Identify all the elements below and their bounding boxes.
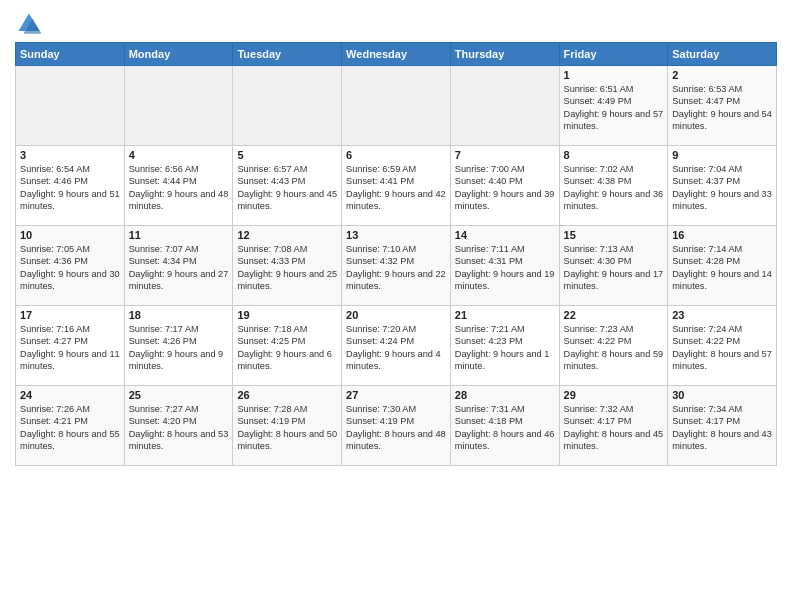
day-number: 30 bbox=[672, 389, 772, 401]
day-number: 14 bbox=[455, 229, 555, 241]
calendar-cell: 12Sunrise: 7:08 AM Sunset: 4:33 PM Dayli… bbox=[233, 226, 342, 306]
calendar-cell: 8Sunrise: 7:02 AM Sunset: 4:38 PM Daylig… bbox=[559, 146, 668, 226]
day-info: Sunrise: 7:23 AM Sunset: 4:22 PM Dayligh… bbox=[564, 323, 664, 373]
calendar-cell: 1Sunrise: 6:51 AM Sunset: 4:49 PM Daylig… bbox=[559, 66, 668, 146]
day-number: 5 bbox=[237, 149, 337, 161]
day-number: 10 bbox=[20, 229, 120, 241]
day-header-wednesday: Wednesday bbox=[342, 43, 451, 66]
day-number: 3 bbox=[20, 149, 120, 161]
week-row-5: 24Sunrise: 7:26 AM Sunset: 4:21 PM Dayli… bbox=[16, 386, 777, 466]
calendar-cell: 15Sunrise: 7:13 AM Sunset: 4:30 PM Dayli… bbox=[559, 226, 668, 306]
day-number: 9 bbox=[672, 149, 772, 161]
day-info: Sunrise: 6:53 AM Sunset: 4:47 PM Dayligh… bbox=[672, 83, 772, 133]
day-number: 4 bbox=[129, 149, 229, 161]
calendar-cell: 10Sunrise: 7:05 AM Sunset: 4:36 PM Dayli… bbox=[16, 226, 125, 306]
calendar-cell bbox=[233, 66, 342, 146]
page-container: SundayMondayTuesdayWednesdayThursdayFrid… bbox=[0, 0, 792, 471]
calendar-header-row: SundayMondayTuesdayWednesdayThursdayFrid… bbox=[16, 43, 777, 66]
calendar-cell: 2Sunrise: 6:53 AM Sunset: 4:47 PM Daylig… bbox=[668, 66, 777, 146]
day-info: Sunrise: 7:00 AM Sunset: 4:40 PM Dayligh… bbox=[455, 163, 555, 213]
day-header-saturday: Saturday bbox=[668, 43, 777, 66]
day-number: 28 bbox=[455, 389, 555, 401]
day-info: Sunrise: 7:10 AM Sunset: 4:32 PM Dayligh… bbox=[346, 243, 446, 293]
day-number: 13 bbox=[346, 229, 446, 241]
calendar-cell: 29Sunrise: 7:32 AM Sunset: 4:17 PM Dayli… bbox=[559, 386, 668, 466]
calendar-cell: 24Sunrise: 7:26 AM Sunset: 4:21 PM Dayli… bbox=[16, 386, 125, 466]
calendar-table: SundayMondayTuesdayWednesdayThursdayFrid… bbox=[15, 42, 777, 466]
logo-icon bbox=[15, 10, 43, 38]
day-info: Sunrise: 7:34 AM Sunset: 4:17 PM Dayligh… bbox=[672, 403, 772, 453]
day-info: Sunrise: 6:56 AM Sunset: 4:44 PM Dayligh… bbox=[129, 163, 229, 213]
calendar-cell: 20Sunrise: 7:20 AM Sunset: 4:24 PM Dayli… bbox=[342, 306, 451, 386]
calendar-cell: 26Sunrise: 7:28 AM Sunset: 4:19 PM Dayli… bbox=[233, 386, 342, 466]
day-number: 19 bbox=[237, 309, 337, 321]
calendar-cell: 13Sunrise: 7:10 AM Sunset: 4:32 PM Dayli… bbox=[342, 226, 451, 306]
day-info: Sunrise: 7:04 AM Sunset: 4:37 PM Dayligh… bbox=[672, 163, 772, 213]
calendar-cell: 3Sunrise: 6:54 AM Sunset: 4:46 PM Daylig… bbox=[16, 146, 125, 226]
calendar-cell: 25Sunrise: 7:27 AM Sunset: 4:20 PM Dayli… bbox=[124, 386, 233, 466]
calendar-cell bbox=[16, 66, 125, 146]
day-number: 1 bbox=[564, 69, 664, 81]
day-info: Sunrise: 7:32 AM Sunset: 4:17 PM Dayligh… bbox=[564, 403, 664, 453]
calendar-cell: 19Sunrise: 7:18 AM Sunset: 4:25 PM Dayli… bbox=[233, 306, 342, 386]
day-info: Sunrise: 7:18 AM Sunset: 4:25 PM Dayligh… bbox=[237, 323, 337, 373]
day-info: Sunrise: 7:14 AM Sunset: 4:28 PM Dayligh… bbox=[672, 243, 772, 293]
calendar-cell: 16Sunrise: 7:14 AM Sunset: 4:28 PM Dayli… bbox=[668, 226, 777, 306]
day-number: 22 bbox=[564, 309, 664, 321]
day-number: 25 bbox=[129, 389, 229, 401]
day-info: Sunrise: 6:51 AM Sunset: 4:49 PM Dayligh… bbox=[564, 83, 664, 133]
week-row-3: 10Sunrise: 7:05 AM Sunset: 4:36 PM Dayli… bbox=[16, 226, 777, 306]
week-row-1: 1Sunrise: 6:51 AM Sunset: 4:49 PM Daylig… bbox=[16, 66, 777, 146]
day-info: Sunrise: 7:27 AM Sunset: 4:20 PM Dayligh… bbox=[129, 403, 229, 453]
calendar-cell: 11Sunrise: 7:07 AM Sunset: 4:34 PM Dayli… bbox=[124, 226, 233, 306]
calendar-cell: 27Sunrise: 7:30 AM Sunset: 4:19 PM Dayli… bbox=[342, 386, 451, 466]
day-info: Sunrise: 7:26 AM Sunset: 4:21 PM Dayligh… bbox=[20, 403, 120, 453]
day-number: 23 bbox=[672, 309, 772, 321]
calendar-cell bbox=[342, 66, 451, 146]
calendar-cell: 7Sunrise: 7:00 AM Sunset: 4:40 PM Daylig… bbox=[450, 146, 559, 226]
day-info: Sunrise: 7:11 AM Sunset: 4:31 PM Dayligh… bbox=[455, 243, 555, 293]
day-info: Sunrise: 7:30 AM Sunset: 4:19 PM Dayligh… bbox=[346, 403, 446, 453]
day-number: 26 bbox=[237, 389, 337, 401]
day-number: 24 bbox=[20, 389, 120, 401]
calendar-cell: 28Sunrise: 7:31 AM Sunset: 4:18 PM Dayli… bbox=[450, 386, 559, 466]
day-info: Sunrise: 6:59 AM Sunset: 4:41 PM Dayligh… bbox=[346, 163, 446, 213]
day-number: 27 bbox=[346, 389, 446, 401]
day-info: Sunrise: 7:21 AM Sunset: 4:23 PM Dayligh… bbox=[455, 323, 555, 373]
day-header-sunday: Sunday bbox=[16, 43, 125, 66]
header bbox=[15, 10, 777, 38]
day-number: 21 bbox=[455, 309, 555, 321]
day-number: 2 bbox=[672, 69, 772, 81]
day-info: Sunrise: 7:20 AM Sunset: 4:24 PM Dayligh… bbox=[346, 323, 446, 373]
day-number: 16 bbox=[672, 229, 772, 241]
calendar-cell: 6Sunrise: 6:59 AM Sunset: 4:41 PM Daylig… bbox=[342, 146, 451, 226]
logo bbox=[15, 10, 47, 38]
day-info: Sunrise: 6:54 AM Sunset: 4:46 PM Dayligh… bbox=[20, 163, 120, 213]
calendar-cell: 22Sunrise: 7:23 AM Sunset: 4:22 PM Dayli… bbox=[559, 306, 668, 386]
calendar-cell: 9Sunrise: 7:04 AM Sunset: 4:37 PM Daylig… bbox=[668, 146, 777, 226]
calendar-cell bbox=[124, 66, 233, 146]
day-info: Sunrise: 7:24 AM Sunset: 4:22 PM Dayligh… bbox=[672, 323, 772, 373]
day-number: 15 bbox=[564, 229, 664, 241]
day-number: 18 bbox=[129, 309, 229, 321]
day-info: Sunrise: 6:57 AM Sunset: 4:43 PM Dayligh… bbox=[237, 163, 337, 213]
calendar-cell: 17Sunrise: 7:16 AM Sunset: 4:27 PM Dayli… bbox=[16, 306, 125, 386]
day-number: 29 bbox=[564, 389, 664, 401]
calendar-cell: 21Sunrise: 7:21 AM Sunset: 4:23 PM Dayli… bbox=[450, 306, 559, 386]
calendar-cell bbox=[450, 66, 559, 146]
day-header-friday: Friday bbox=[559, 43, 668, 66]
calendar-cell: 14Sunrise: 7:11 AM Sunset: 4:31 PM Dayli… bbox=[450, 226, 559, 306]
calendar-cell: 5Sunrise: 6:57 AM Sunset: 4:43 PM Daylig… bbox=[233, 146, 342, 226]
calendar-cell: 23Sunrise: 7:24 AM Sunset: 4:22 PM Dayli… bbox=[668, 306, 777, 386]
day-number: 11 bbox=[129, 229, 229, 241]
day-header-monday: Monday bbox=[124, 43, 233, 66]
day-info: Sunrise: 7:05 AM Sunset: 4:36 PM Dayligh… bbox=[20, 243, 120, 293]
day-number: 7 bbox=[455, 149, 555, 161]
day-header-tuesday: Tuesday bbox=[233, 43, 342, 66]
week-row-4: 17Sunrise: 7:16 AM Sunset: 4:27 PM Dayli… bbox=[16, 306, 777, 386]
day-info: Sunrise: 7:31 AM Sunset: 4:18 PM Dayligh… bbox=[455, 403, 555, 453]
calendar-cell: 18Sunrise: 7:17 AM Sunset: 4:26 PM Dayli… bbox=[124, 306, 233, 386]
day-info: Sunrise: 7:16 AM Sunset: 4:27 PM Dayligh… bbox=[20, 323, 120, 373]
day-info: Sunrise: 7:07 AM Sunset: 4:34 PM Dayligh… bbox=[129, 243, 229, 293]
day-number: 12 bbox=[237, 229, 337, 241]
